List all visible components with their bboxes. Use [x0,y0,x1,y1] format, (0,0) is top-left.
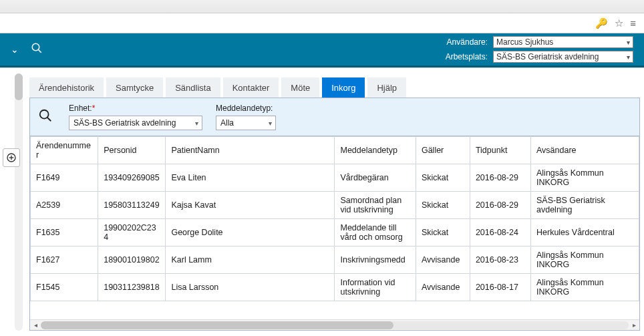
cell: 2016-08-29 [470,192,530,219]
user-label: Användare: [434,37,488,47]
hscroll-track[interactable] [41,321,629,329]
cell: Information vid utskrivning [335,274,416,301]
msgtype-filter-select[interactable]: Alla [216,116,276,130]
cell: 189001019802 [98,246,166,274]
cell: 195803113249 [98,192,166,219]
tab-bar: Ärendehistorik Samtycke Sändlista Kontak… [29,77,640,98]
cell: Avvisande [416,274,470,301]
add-button[interactable] [3,148,20,167]
msgtype-filter-label: Meddelandetyp: [216,104,276,113]
cell: 190311239818 [98,274,166,301]
table-row[interactable]: F1545190311239818Lisa LarssonInformation… [31,274,639,301]
cell: F1635 [31,219,98,246]
hamburger-icon[interactable]: ≡ [630,17,636,29]
unit-filter-value: SÄS-BS Geriatrisk avdelning [73,118,176,128]
scrollbar-thumb[interactable] [15,73,23,100]
col-arendenummer[interactable]: Ärendenummer [31,137,98,164]
workplace-select-value: SÄS-BS Geriatrisk avdelning [496,52,599,61]
cell: Meddelande till vård och omsorg [335,219,416,246]
left-scrollbar[interactable] [15,73,23,331]
svg-point-5 [40,110,49,118]
inbox-table: Ärendenummer Personid PatientNamn Meddel… [30,136,639,301]
cell: Herkules Vårdcentral [531,219,639,246]
cell: F1627 [31,246,98,274]
hscroll-thumb[interactable] [41,321,393,329]
cell: 2016-08-24 [470,219,530,246]
tab-arendehistorik[interactable]: Ärendehistorik [29,77,104,98]
cell: Skickat [416,192,470,219]
cell: 2016-08-17 [470,274,530,301]
table-row[interactable]: F163519900202C234George DoliteMeddelande… [31,219,639,246]
chevron-down-icon[interactable]: ⌄ [11,44,19,55]
filter-bar: Enhet:* SÄS-BS Geriatrisk avdelning Medd… [30,98,639,136]
cell: 2016-08-23 [470,246,530,274]
col-galler[interactable]: Gäller [416,137,470,164]
user-select[interactable]: Marcus Sjukhus [493,36,633,48]
tab-kontakter[interactable]: Kontakter [223,77,279,98]
browser-toolbar: 🔑 ☆ ≡ [0,13,644,33]
col-avsandare[interactable]: Avsändare [531,137,639,164]
workplace-select[interactable]: SÄS-BS Geriatrisk avdelning [493,51,633,63]
tab-mote[interactable]: Möte [281,77,319,98]
cell: Karl Lamm [166,246,335,274]
cell: Alingsås Kommun INKORG [531,164,639,192]
horizontal-scrollbar[interactable]: ◂ ▸ [30,319,639,330]
cell: Skickat [416,219,470,246]
table-row[interactable]: A2539195803113249Kajsa KavatSamordnad pl… [31,192,639,219]
unit-filter-label: Enhet:* [69,104,202,113]
cell: 193409269085 [98,164,166,192]
svg-line-1 [38,49,41,53]
key-icon[interactable]: 🔑 [595,17,608,29]
svg-line-6 [47,117,51,121]
cell: Kajsa Kavat [166,192,335,219]
star-icon[interactable]: ☆ [615,17,623,29]
cell: A2539 [31,192,98,219]
cell: Vårdbegäran [335,164,416,192]
cell: 2016-08-29 [470,164,530,192]
cell: Alingsås Kommun INKORG [531,274,639,301]
app-header: ⌄ Användare: Marcus Sjukhus Arbetsplats:… [0,33,644,65]
table-row[interactable]: F1627189001019802Karl LammInskrivningsme… [31,246,639,274]
tab-sandlista[interactable]: Sändlista [166,77,220,98]
cell: 19900202C234 [98,219,166,246]
unit-filter-select[interactable]: SÄS-BS Geriatrisk avdelning [69,116,202,130]
col-personid[interactable]: Personid [98,137,166,164]
cell: Inskrivningsmedd [335,246,416,274]
tab-inkorg[interactable]: Inkorg [322,77,365,98]
msgtype-filter-value: Alla [220,118,234,128]
scroll-left-icon[interactable]: ◂ [30,321,41,329]
cell: Samordnad plan vid utskrivning [335,192,416,219]
cell: F1545 [31,274,98,301]
svg-point-0 [32,43,39,51]
user-select-value: Marcus Sjukhus [496,37,553,47]
cell: George Dolite [166,219,335,246]
cell: Lisa Larsson [166,274,335,301]
cell: SÄS-BS Geriatrisk avdelning [531,192,639,219]
cell: Alingsås Kommun INKORG [531,246,639,274]
col-tidpunkt[interactable]: Tidpunkt [470,137,530,164]
inbox-panel: Enhet:* SÄS-BS Geriatrisk avdelning Medd… [29,98,640,331]
tab-samtycke[interactable]: Samtycke [106,77,163,98]
cell: Skickat [416,164,470,192]
cell: Eva Liten [166,164,335,192]
cell: Avvisande [416,246,470,274]
cell: F1649 [31,164,98,192]
tab-hjalp[interactable]: Hjälp [367,77,406,98]
search-icon[interactable] [31,42,43,57]
browser-tab-strip [0,0,644,13]
workplace-label: Arbetsplats: [434,52,488,61]
col-patientnamn[interactable]: PatientNamn [166,137,335,164]
table-row[interactable]: F1649193409269085Eva LitenVårdbegäranSki… [31,164,639,192]
scroll-right-icon[interactable]: ▸ [629,321,639,329]
table-header-row: Ärendenummer Personid PatientNamn Meddel… [31,137,639,164]
col-meddelandetyp[interactable]: Meddelandetyp [335,137,416,164]
filter-search-icon[interactable] [38,108,53,126]
